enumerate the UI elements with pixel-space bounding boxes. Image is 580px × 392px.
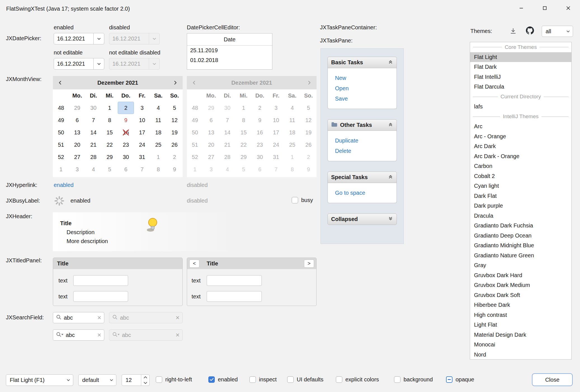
day-cell[interactable]: 1 xyxy=(150,151,166,163)
theme-item-high-contrast[interactable]: High contrast xyxy=(470,310,571,320)
day-cell[interactable]: 22 xyxy=(102,139,118,151)
theme-item-arc-dark-orange[interactable]: Arc Dark - Orange xyxy=(470,151,571,161)
theme-item-cobalt-2[interactable]: Cobalt 2 xyxy=(470,171,571,181)
theme-item-hiberbee-dark[interactable]: Hiberbee Dark xyxy=(470,300,571,310)
font-combo[interactable]: default xyxy=(78,374,116,386)
day-cell[interactable]: 5 xyxy=(102,163,118,175)
table-row[interactable]: 01.02.2018 xyxy=(187,55,272,65)
day-cell[interactable]: 15 xyxy=(102,126,118,139)
day-cell[interactable]: 8 xyxy=(150,163,166,175)
spinner-up-icon[interactable] xyxy=(141,375,149,380)
theme-item-dracula[interactable]: Dracula xyxy=(470,211,571,221)
taskpane-header[interactable]: Basic Tasks xyxy=(327,57,397,68)
titledpanel-text-input[interactable] xyxy=(73,291,128,302)
day-cell[interactable]: 6 xyxy=(69,114,85,126)
day-cell[interactable]: 12 xyxy=(166,114,183,126)
searchfield-text[interactable]: abc xyxy=(64,315,95,321)
day-cell[interactable]: 10 xyxy=(134,114,150,126)
theme-item-light-flat[interactable]: Light Flat xyxy=(470,320,571,330)
taskpane-link-save[interactable]: Save xyxy=(328,94,397,104)
datepicker-dropdown-button[interactable] xyxy=(93,33,104,44)
theme-item-monocai[interactable]: Monocai xyxy=(470,340,571,350)
theme-item-gruvbox-dark-medium[interactable]: Gruvbox Dark Medium xyxy=(470,280,571,290)
checkbox-busy[interactable]: busy xyxy=(292,197,313,203)
theme-item-arc-orange[interactable]: Arc - Orange xyxy=(470,132,571,142)
day-cell[interactable]: 16 xyxy=(118,126,134,139)
theme-item-gruvbox-dark-soft[interactable]: Gruvbox Dark Soft xyxy=(470,290,571,300)
clear-icon[interactable]: × xyxy=(97,314,101,321)
checkbox-ui-defaults[interactable]: UI defaults xyxy=(287,376,324,383)
day-cell[interactable]: 17 xyxy=(134,126,150,139)
datepicker-value[interactable]: 16.12.2021 xyxy=(54,33,93,44)
day-cell[interactable]: 20 xyxy=(69,139,85,151)
day-cell[interactable]: 8 xyxy=(102,114,118,126)
day-cell[interactable]: 2 xyxy=(118,102,134,114)
titledpanel-next-button[interactable]: > xyxy=(304,260,314,268)
theme-item-nord[interactable]: Nord xyxy=(470,350,571,360)
theme-item-gradianto-nature-green[interactable]: Gradianto Nature Green xyxy=(470,251,571,261)
theme-item-dark-flat[interactable]: Dark Flat xyxy=(470,191,571,201)
clear-icon[interactable]: × xyxy=(97,332,101,338)
taskpane-link-new[interactable]: New xyxy=(328,73,397,83)
titledpanel-text-input[interactable] xyxy=(73,275,128,286)
titledpanel-text-input[interactable] xyxy=(207,275,262,286)
searchfield-enabled[interactable]: abc × xyxy=(53,312,104,323)
day-cell[interactable]: 7 xyxy=(85,114,102,126)
checkbox-opaque[interactable]: opaque xyxy=(446,376,474,383)
day-cell[interactable]: 1 xyxy=(102,102,118,114)
day-cell[interactable]: 18 xyxy=(150,126,166,139)
theme-item-gradianto-midnight-blue[interactable]: Gradianto Midnight Blue xyxy=(470,241,571,251)
font-size-value[interactable]: 12 xyxy=(122,375,141,386)
taskpane-link-open[interactable]: Open xyxy=(328,83,397,94)
day-cell[interactable]: 25 xyxy=(150,139,166,151)
prev-month-icon[interactable] xyxy=(53,76,67,89)
searchfield-with-menu[interactable]: abc × xyxy=(53,329,104,341)
search-dropdown-icon[interactable] xyxy=(56,332,63,339)
laf-combo[interactable]: Flat Light (F1) xyxy=(6,374,73,386)
searchfield-text[interactable]: abc xyxy=(66,332,95,338)
datepicker-dropdown-button[interactable] xyxy=(93,58,104,69)
table-column-header[interactable]: Date xyxy=(187,34,272,46)
theme-item-carbon[interactable]: Carbon xyxy=(470,161,571,171)
titledpanel-prev-button[interactable]: < xyxy=(189,260,199,268)
day-cell[interactable]: 27 xyxy=(69,151,85,163)
hyperlink-enabled[interactable]: enabled xyxy=(54,182,74,188)
themes-filter-combo[interactable]: all xyxy=(542,26,573,37)
theme-item-flat-intellij[interactable]: Flat IntelliJ xyxy=(470,72,571,82)
theme-item-dark-purple[interactable]: Dark purple xyxy=(470,201,571,211)
day-cell[interactable]: 29 xyxy=(69,102,85,114)
day-cell[interactable]: 11 xyxy=(150,114,166,126)
checkbox-enabled[interactable]: enabled xyxy=(208,376,238,383)
day-cell[interactable]: 4 xyxy=(150,102,166,114)
taskpane-header[interactable]: Other Tasks xyxy=(327,119,397,131)
day-cell[interactable]: 28 xyxy=(85,151,102,163)
maximize-button[interactable] xyxy=(533,0,557,17)
day-cell[interactable]: 31 xyxy=(134,151,150,163)
theme-item-cyan-light[interactable]: Cyan light xyxy=(470,181,571,191)
day-cell[interactable]: 26 xyxy=(166,139,183,151)
day-cell[interactable]: 3 xyxy=(134,102,150,114)
font-size-spinner[interactable]: 12 xyxy=(122,374,150,386)
table-row[interactable]: 25.11.2019 xyxy=(187,46,272,55)
day-cell[interactable]: 24 xyxy=(134,139,150,151)
checkbox-background[interactable]: background xyxy=(394,376,433,383)
theme-item-material-design-dark[interactable]: Material Design Dark xyxy=(470,330,571,340)
day-cell[interactable]: 9 xyxy=(166,163,183,175)
day-cell[interactable]: 29 xyxy=(102,151,118,163)
theme-item-flat-light[interactable]: Flat Light xyxy=(470,52,571,62)
close-window-button[interactable] xyxy=(557,0,580,17)
taskpane-header[interactable]: Special Tasks xyxy=(327,172,397,183)
day-cell[interactable]: 21 xyxy=(85,139,102,151)
theme-item-arc-dark[interactable]: Arc Dark xyxy=(470,141,571,151)
next-month-icon[interactable] xyxy=(168,76,183,89)
github-button[interactable] xyxy=(526,26,534,36)
checkbox-right-to-left[interactable]: right-to-left xyxy=(156,376,192,383)
day-cell[interactable]: 4 xyxy=(85,163,102,175)
theme-item-flat-dark[interactable]: Flat Dark xyxy=(470,62,571,72)
theme-item-gradianto-deep-ocean[interactable]: Gradianto Deep Ocean xyxy=(470,231,571,241)
theme-item-flat-darcula[interactable]: Flat Darcula xyxy=(470,82,571,92)
day-cell[interactable]: 5 xyxy=(166,102,183,114)
theme-item-gradianto-dark-fuchsia[interactable]: Gradianto Dark Fuchsia xyxy=(470,221,571,231)
taskpane-link-go-to-space[interactable]: Go to space xyxy=(328,188,397,198)
theme-item-lafs[interactable]: lafs xyxy=(470,102,571,112)
